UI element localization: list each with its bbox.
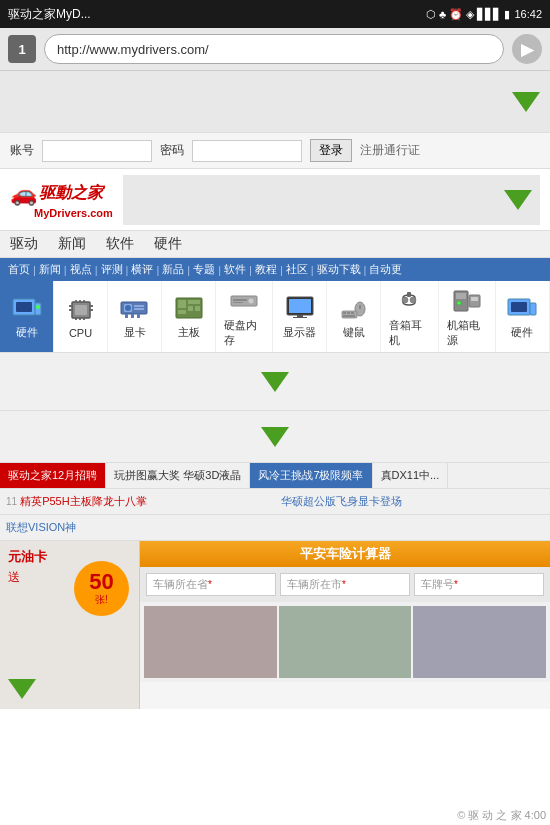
nav-comparison[interactable]: 横评 bbox=[131, 262, 153, 277]
logo-ad-row: 🚗 驱動之家 MyDrivers.com bbox=[0, 169, 550, 231]
coin-unit: 张! bbox=[95, 593, 108, 607]
nav-software[interactable]: 软件 bbox=[224, 262, 246, 277]
cat-monitor-label: 显示器 bbox=[283, 325, 316, 340]
nav-home[interactable]: 首页 bbox=[8, 262, 30, 277]
cat-cpu[interactable]: CPU bbox=[54, 281, 108, 352]
bottom-images bbox=[140, 602, 550, 682]
cat-hdd[interactable]: 硬盘内存 bbox=[216, 281, 273, 352]
dl-banner-2 bbox=[0, 411, 550, 463]
svg-rect-52 bbox=[471, 297, 478, 301]
tab-drivers[interactable]: 驱动 bbox=[10, 235, 38, 253]
download-arrow-2[interactable] bbox=[261, 368, 289, 396]
svg-rect-25 bbox=[178, 300, 186, 308]
download-arrow-logo[interactable] bbox=[504, 186, 532, 214]
ticker-text-1: 驱动之家12月招聘 bbox=[8, 468, 97, 483]
download-arrow-3[interactable] bbox=[261, 423, 289, 451]
cat-mobo[interactable]: 主板 bbox=[162, 281, 216, 352]
hardware-icon bbox=[9, 293, 45, 323]
tab-news[interactable]: 新闻 bbox=[58, 235, 86, 253]
cat-case-psu[interactable]: 机箱电源 bbox=[439, 281, 496, 352]
nav-viewpoint[interactable]: 视点 bbox=[70, 262, 92, 277]
news-cell-2a[interactable]: 联想VISION神 bbox=[0, 515, 275, 540]
bottom-img-1 bbox=[144, 606, 277, 678]
svg-rect-20 bbox=[134, 308, 144, 310]
status-bar: 驱动之家MyD... ⬡ ♣ ⏰ ◈ ▋▋▋ ▮ 16:42 bbox=[0, 0, 550, 28]
insurance-province-star: * bbox=[208, 579, 212, 590]
svg-rect-10 bbox=[75, 300, 77, 303]
insurance-plate-field[interactable]: 车牌号 * bbox=[414, 573, 544, 596]
more-hw-icon bbox=[504, 293, 540, 323]
ticker-item-1[interactable]: 驱动之家12月招聘 bbox=[0, 463, 106, 488]
top-nav: 首页| 新闻| 视点| 评测| 横评| 新品| 专题| 软件| 教程| 社区| … bbox=[0, 258, 550, 281]
account-input[interactable] bbox=[42, 140, 152, 162]
ticker-text-3: 风冷王挑战7极限频率 bbox=[258, 468, 363, 483]
forward-button[interactable]: ▶ bbox=[512, 34, 542, 64]
password-input[interactable] bbox=[192, 140, 302, 162]
nav-review[interactable]: 评测 bbox=[101, 262, 123, 277]
cat-hardware[interactable]: 硬件 bbox=[0, 281, 54, 352]
nav-newproduct[interactable]: 新品 bbox=[162, 262, 184, 277]
svg-rect-35 bbox=[289, 299, 311, 313]
tab-software[interactable]: 软件 bbox=[106, 235, 134, 253]
ticker-item-2[interactable]: 玩拼图赢大奖 华硕3D液晶 bbox=[106, 463, 250, 488]
news-link-2a[interactable]: 联想VISION神 bbox=[6, 520, 76, 535]
svg-rect-12 bbox=[83, 300, 85, 303]
svg-rect-13 bbox=[75, 317, 77, 320]
svg-rect-21 bbox=[125, 314, 128, 318]
ticker-item-4[interactable]: 真DX11中... bbox=[373, 463, 449, 488]
svg-rect-42 bbox=[347, 312, 350, 314]
svg-point-46 bbox=[410, 297, 416, 303]
oil-text: 元油卡 bbox=[8, 549, 131, 565]
insurance-city-star: * bbox=[342, 579, 346, 590]
cat-keyboard-mouse[interactable]: 键鼠 bbox=[327, 281, 381, 352]
login-button[interactable]: 登录 bbox=[310, 139, 352, 162]
svg-rect-6 bbox=[69, 305, 72, 307]
news-link-1a[interactable]: 精英P55H主板降龙十八掌 bbox=[20, 494, 147, 509]
cat-monitor[interactable]: 显示器 bbox=[273, 281, 327, 352]
nav-driverdownload[interactable]: 驱动下载 bbox=[317, 262, 361, 277]
logo-text-top: 驱動之家 bbox=[39, 183, 103, 204]
svg-rect-28 bbox=[178, 310, 186, 314]
url-bar[interactable]: http://www.mydrivers.com/ bbox=[44, 34, 504, 64]
download-arrow-bottom[interactable] bbox=[8, 675, 36, 703]
gpu-icon bbox=[117, 293, 153, 323]
insurance-city-label: 车辆所在市 bbox=[287, 577, 342, 592]
category-bar: 硬件 CPU bbox=[0, 281, 550, 353]
tab-count[interactable]: 1 bbox=[8, 35, 36, 63]
signal-icons: ⬡ ♣ ⏰ ◈ ▋▋▋ ▮ bbox=[426, 8, 511, 21]
ticker-item-3[interactable]: 风冷王挑战7极限频率 bbox=[250, 463, 372, 488]
register-link[interactable]: 注册通行证 bbox=[360, 142, 420, 159]
dl-btn-bottom-container bbox=[8, 675, 36, 703]
svg-point-18 bbox=[125, 305, 131, 311]
news-cell-1b[interactable]: 华硕超公版飞身显卡登场 bbox=[275, 489, 550, 514]
nav-tutorial[interactable]: 教程 bbox=[255, 262, 277, 277]
status-title: 驱动之家MyD... bbox=[8, 6, 91, 23]
insurance-province-label: 车辆所在省 bbox=[153, 577, 208, 592]
svg-point-45 bbox=[402, 297, 408, 303]
nav-special[interactable]: 专题 bbox=[193, 262, 215, 277]
nav-community[interactable]: 社区 bbox=[286, 262, 308, 277]
browser-bar: 1 http://www.mydrivers.com/ ▶ bbox=[0, 28, 550, 71]
cat-mobo-label: 主板 bbox=[178, 325, 200, 340]
cat-gpu[interactable]: 显卡 bbox=[108, 281, 162, 352]
svg-rect-54 bbox=[511, 302, 527, 312]
cat-audio[interactable]: 音箱耳机 bbox=[381, 281, 438, 352]
site-logo[interactable]: 🚗 驱動之家 MyDrivers.com bbox=[10, 181, 113, 219]
tab-hardware[interactable]: 硬件 bbox=[154, 235, 182, 253]
insurance-province-field[interactable]: 车辆所在省 * bbox=[146, 573, 276, 596]
svg-rect-23 bbox=[137, 314, 140, 318]
svg-rect-32 bbox=[233, 299, 247, 301]
nav-news[interactable]: 新闻 bbox=[39, 262, 61, 277]
account-label: 账号 bbox=[10, 142, 34, 159]
news-link-1b[interactable]: 华硕超公版飞身显卡登场 bbox=[281, 494, 402, 509]
password-label: 密码 bbox=[160, 142, 184, 159]
news-cell-1a[interactable]: 11 精英P55H主板降龙十八掌 bbox=[0, 489, 275, 514]
nav-tabs: 驱动 新闻 软件 硬件 bbox=[0, 231, 550, 258]
download-arrow-1[interactable] bbox=[512, 88, 540, 116]
insurance-city-field[interactable]: 车辆所在市 * bbox=[280, 573, 410, 596]
news-row-2: 联想VISION神 bbox=[0, 515, 550, 541]
web-content: 账号 密码 登录 注册通行证 🚗 驱動之家 MyDrivers.com 驱动 新… bbox=[0, 71, 550, 709]
cat-more-hw[interactable]: 硬件 bbox=[496, 281, 550, 352]
nav-autoupdate[interactable]: 自动更 bbox=[369, 262, 402, 277]
svg-rect-9 bbox=[90, 309, 93, 311]
